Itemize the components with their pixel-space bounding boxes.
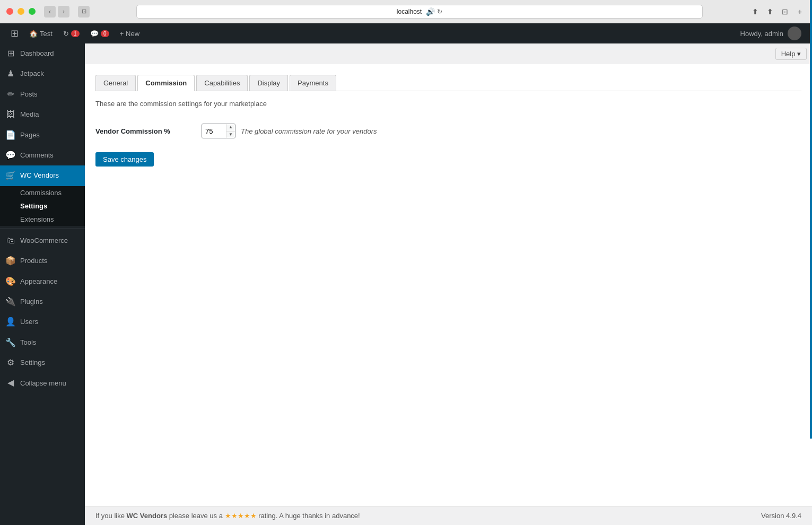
mac-minimize-button[interactable] bbox=[18, 8, 24, 15]
tools-icon: 🔧 bbox=[5, 337, 16, 348]
admin-bar-user: Howdy, admin bbox=[740, 30, 783, 38]
sidebar-label-collapse: Collapse menu bbox=[20, 379, 66, 388]
sidebar-item-woocommerce[interactable]: 🛍 WooCommerce bbox=[0, 231, 85, 251]
expand-icon[interactable]: ⊡ bbox=[779, 6, 791, 18]
sidebar-item-media[interactable]: 🖼 Media bbox=[0, 104, 85, 125]
footer-plugin-name: WC Vendors bbox=[127, 512, 168, 520]
commission-input-container[interactable]: ▲ ▼ bbox=[202, 124, 235, 138]
save-changes-button[interactable]: Save changes bbox=[95, 152, 154, 167]
mac-titlebar: ‹ › ⊡ localhost 🔊 ↻ ⬆ ⬆ ⊡ + bbox=[0, 0, 812, 23]
updates-count: 1 bbox=[71, 30, 80, 37]
users-icon: 👤 bbox=[5, 316, 16, 328]
nav-tabs: General Commission Capabilities Display … bbox=[95, 75, 801, 91]
sidebar-item-collapse[interactable]: ◀ Collapse menu bbox=[0, 373, 85, 393]
submenu-commissions[interactable]: Commissions bbox=[0, 186, 85, 199]
url-text: localhost bbox=[397, 8, 422, 15]
wp-logo[interactable]: ⊞ bbox=[5, 23, 24, 43]
submenu-extensions[interactable]: Extensions bbox=[0, 213, 85, 226]
sidebar-label-posts: Posts bbox=[20, 90, 38, 99]
wp-layout: ⊞ Dashboard ♟ Jetpack ✏ Posts 🖼 Media 📄 … bbox=[0, 43, 812, 525]
collapse-icon: ◀ bbox=[5, 377, 16, 389]
sidebar-item-dashboard[interactable]: ⊞ Dashboard bbox=[0, 43, 85, 64]
media-icon: 🖼 bbox=[5, 109, 16, 120]
sidebar-label-jetpack: Jetpack bbox=[20, 69, 44, 78]
sidebar-item-settings[interactable]: ⚙ Settings bbox=[0, 353, 85, 373]
form-table: Vendor Commission % ▲ ▼ T bbox=[95, 118, 801, 144]
sidebar-item-jetpack[interactable]: ♟ Jetpack bbox=[0, 64, 85, 84]
sidebar-item-comments[interactable]: 💬 Comments bbox=[0, 145, 85, 165]
admin-bar-right: Howdy, admin bbox=[735, 23, 807, 43]
sidebar-label-tools: Tools bbox=[20, 338, 36, 347]
wp-content: General Commission Capabilities Display … bbox=[85, 64, 812, 506]
footer-suffix: rating. A huge thanks in advance! bbox=[258, 512, 360, 520]
sidebar-label-plugins: Plugins bbox=[20, 297, 43, 307]
sidebar-item-users[interactable]: 👤 Users bbox=[0, 312, 85, 332]
mac-maximize-button[interactable] bbox=[29, 8, 36, 15]
submenu-settings[interactable]: Settings bbox=[0, 199, 85, 213]
sidebar-item-tools[interactable]: 🔧 Tools bbox=[0, 332, 85, 353]
spinner-down[interactable]: ▼ bbox=[226, 131, 235, 138]
mac-reader-button[interactable]: ⊡ bbox=[78, 6, 90, 18]
admin-bar-home[interactable]: 🏠 Test bbox=[24, 23, 58, 43]
pages-icon: 📄 bbox=[5, 129, 16, 141]
url-bar[interactable]: localhost 🔊 ↻ bbox=[136, 5, 703, 19]
mac-close-button[interactable] bbox=[6, 8, 13, 15]
wp-main: Help ▾ General Commission Capabilities D… bbox=[85, 43, 812, 525]
sidebar-item-posts[interactable]: ✏ Posts bbox=[0, 84, 85, 104]
wp-sidebar: ⊞ Dashboard ♟ Jetpack ✏ Posts 🖼 Media 📄 … bbox=[0, 43, 85, 525]
sidebar-item-appearance[interactable]: 🎨 Appearance bbox=[0, 272, 85, 292]
sidebar-item-pages[interactable]: 📄 Pages bbox=[0, 125, 85, 145]
commission-row: Vendor Commission % ▲ ▼ T bbox=[95, 118, 801, 144]
tab-capabilities[interactable]: Capabilities bbox=[196, 75, 248, 91]
tab-payments[interactable]: Payments bbox=[290, 75, 336, 91]
jetpack-icon: ♟ bbox=[5, 68, 16, 80]
sidebar-divider bbox=[0, 228, 85, 229]
admin-bar-new[interactable]: + New bbox=[115, 23, 145, 43]
sidebar-item-wc-vendors[interactable]: 🛒 WC Vendors bbox=[0, 165, 85, 186]
sidebar-label-appearance: Appearance bbox=[20, 277, 57, 286]
sidebar-label-settings: Settings bbox=[20, 358, 45, 368]
footer-text: If you like WC Vendors please leave us a… bbox=[95, 512, 360, 520]
footer-prefix: If you like bbox=[95, 512, 125, 520]
comments-count: 0 bbox=[101, 30, 109, 37]
upload-icon[interactable]: ⬆ bbox=[764, 6, 776, 18]
admin-bar-new-label: + New bbox=[120, 30, 139, 38]
sidebar-item-products[interactable]: 📦 Products bbox=[0, 251, 85, 271]
tab-commission[interactable]: Commission bbox=[137, 75, 195, 91]
commission-label: Vendor Commission % bbox=[95, 118, 202, 144]
commission-description: The global commission rate for your vend… bbox=[241, 127, 377, 135]
mac-forward-button[interactable]: › bbox=[58, 6, 69, 18]
appearance-icon: 🎨 bbox=[5, 276, 16, 287]
footer-middle: please leave us a bbox=[169, 512, 223, 520]
settings-icon: ⚙ bbox=[5, 357, 16, 369]
sidebar-label-users: Users bbox=[20, 317, 38, 327]
footer-stars: ★★★★★ bbox=[225, 512, 257, 520]
sidebar-label-pages: Pages bbox=[20, 130, 40, 140]
commission-input-wrap: ▲ ▼ The global commission rate for your … bbox=[202, 124, 801, 138]
commission-field-cell: ▲ ▼ The global commission rate for your … bbox=[202, 118, 801, 144]
sidebar-label-wc-vendors: WC Vendors bbox=[20, 171, 59, 180]
dashboard-icon: ⊞ bbox=[5, 48, 16, 59]
sidebar-item-plugins[interactable]: 🔌 Plugins bbox=[0, 292, 85, 312]
tab-display[interactable]: Display bbox=[249, 75, 288, 91]
admin-bar-howdy[interactable]: Howdy, admin bbox=[735, 23, 807, 43]
number-spinners: ▲ ▼ bbox=[226, 124, 235, 138]
footer-stars-link[interactable]: ★★★★★ bbox=[225, 512, 259, 520]
add-tab-icon[interactable]: + bbox=[794, 6, 806, 18]
spinner-up[interactable]: ▲ bbox=[226, 124, 235, 131]
admin-bar-updates[interactable]: ↻ 1 bbox=[58, 23, 85, 43]
share-icon[interactable]: ⬆ bbox=[749, 6, 761, 18]
tab-general[interactable]: General bbox=[95, 75, 136, 91]
sidebar-label-products: Products bbox=[20, 256, 47, 266]
sidebar-label-dashboard: Dashboard bbox=[20, 49, 54, 58]
wp-admin-bar: ⊞ 🏠 Test ↻ 1 💬 0 + New Howdy, admin bbox=[0, 23, 812, 43]
mac-back-button[interactable]: ‹ bbox=[44, 6, 56, 18]
sidebar-label-woocommerce: WooCommerce bbox=[20, 236, 68, 246]
wc-vendors-icon: 🛒 bbox=[5, 170, 16, 181]
products-icon: 📦 bbox=[5, 255, 16, 267]
help-button[interactable]: Help ▾ bbox=[775, 48, 807, 60]
page-description: These are the commission settings for yo… bbox=[95, 100, 801, 108]
commission-input[interactable] bbox=[202, 124, 226, 138]
admin-bar-comments[interactable]: 💬 0 bbox=[85, 23, 115, 43]
sidebar-label-comments: Comments bbox=[20, 151, 54, 160]
